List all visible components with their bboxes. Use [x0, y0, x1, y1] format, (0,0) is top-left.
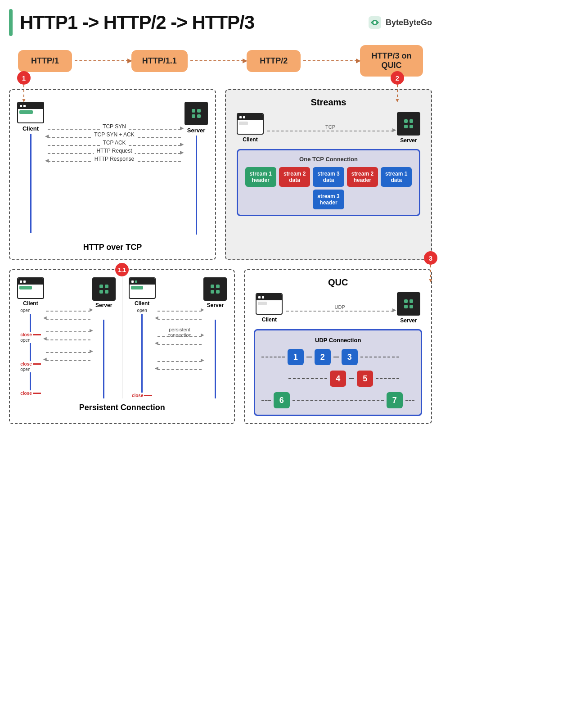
quic-title: QUC [252, 277, 424, 288]
streams-client: Client [237, 113, 264, 143]
badge1-area: 1 ▼ [17, 71, 31, 104]
tcp-connection-box: One TCP Connection stream 1header stream… [237, 149, 420, 216]
msg-http-req: ▶ HTTP Request [48, 153, 181, 154]
top-sections: 1 ▼ Client [9, 89, 432, 260]
persist-left-diagram: Client open close open [17, 277, 116, 398]
badge11-area: 1.1 [115, 263, 129, 276]
num-7: 7 [387, 392, 403, 408]
quic-section: 3 ▼ QUC Client UDP ▶ [244, 269, 432, 424]
badge-3: 3 [424, 251, 437, 265]
stream-chip-5: stream 3header [313, 190, 344, 209]
msg-tcp-syn-ack-text: TCP SYN + ACK [91, 131, 137, 138]
stream-chip-0: stream 1header [245, 167, 276, 187]
bottom-sections: 1.1 Client open [9, 269, 432, 424]
stream-chip-1: stream 2data [279, 167, 310, 187]
num-6: 6 [274, 392, 290, 408]
persist-client-line-3 [30, 372, 31, 390]
quic-client-label: Client [262, 317, 277, 323]
persist-right-client-line [141, 314, 143, 393]
udp-label: UDP [335, 304, 345, 310]
http-over-tcp-section: 1 ▼ Client [9, 89, 216, 260]
persist-left-client: Client open close open [17, 277, 44, 396]
persist-client-line-2 [30, 343, 31, 361]
udp-stream-2: 4 5 [261, 371, 414, 387]
quic-server: Server [397, 292, 420, 324]
streams-server-label: Server [400, 137, 417, 144]
persist-client-line-1 [30, 314, 31, 332]
version-http11: HTTP/1.1 [131, 50, 188, 72]
svg-point-1 [374, 21, 376, 24]
dash-2-3 [333, 357, 339, 357]
msg-tcp-syn: ▶ TCP SYN [48, 129, 181, 130]
persistent-inner: Client open close open [17, 277, 227, 398]
persist-left-msgs: ▶ ◀ ▶ ◀ [44, 277, 92, 363]
udp-line-post-1 [360, 357, 399, 357]
msg-http-resp: ◀ HTTP Response [48, 161, 181, 162]
persist-right-close: close [132, 393, 144, 398]
persist-right-msgs: persistentconnection ▶ ◀ ▶ [156, 277, 204, 372]
persistent-section: 1.1 Client open [9, 269, 235, 424]
num-1: 1 [288, 349, 304, 365]
dash-1-2 [306, 357, 312, 357]
udp-line-pre-3 [261, 400, 270, 401]
stream-chip-4: stream 1data [381, 167, 412, 187]
persist-server-label: Server [95, 302, 112, 308]
persist-right-msg-list: ▶ ◀ ▶ ◀ [158, 309, 202, 372]
close-3: close [20, 391, 32, 396]
quic-client: Client [256, 293, 283, 323]
udp-line-pre-2 [288, 378, 327, 379]
num-4: 4 [330, 371, 346, 387]
msg-tcp-syn-ack: ◀ TCP SYN + ACK [48, 137, 181, 138]
open-1: open [20, 308, 41, 313]
persist-right: Client open close persistentconnection [129, 277, 227, 398]
badge-11: 1.1 [115, 263, 129, 276]
main-title: HTTP1 -> HTTP/2 -> HTTP/3 [20, 12, 254, 33]
open-2: open [20, 338, 41, 343]
server-line [196, 136, 197, 235]
msg-http-req-text: HTTP Request [94, 148, 135, 154]
persist-right-diagram: Client open close persistentconnection [129, 277, 227, 398]
quic-top: Client UDP ▶ Server [252, 292, 424, 324]
persist-server-line [103, 320, 104, 398]
persist-right-client-icon [129, 277, 156, 299]
persist-msg-list: ▶ ◀ ▶ ◀ [46, 309, 90, 363]
udp-line-6-7 [292, 400, 384, 401]
tcp-diagram: Client ▶ TCP SYN ◀ [17, 97, 208, 239]
tcp-arrow-container: TCP ▶ [267, 124, 393, 131]
persist-right-server-label: Server [207, 302, 224, 308]
persist-client-label: Client [23, 300, 38, 307]
client-col: Client [17, 102, 44, 233]
persist-right-server: Server [203, 277, 227, 398]
stream-chip-2: stream 3data [313, 167, 344, 187]
persist-server-icon [92, 277, 116, 301]
server-label: Server [187, 127, 205, 134]
persist-right-server-line [215, 320, 216, 398]
persist-left-server: Server [92, 277, 116, 398]
server-col: Server [184, 102, 208, 235]
dash-4-5 [349, 378, 354, 379]
bytebygo-logo-icon [368, 15, 382, 30]
persist-client-icon [17, 277, 44, 299]
stream-chip-3: stream 2header [347, 167, 378, 187]
tcp-conn-title: One TCP Connection [243, 156, 414, 163]
main-container: HTTP1 -> HTTP/2 -> HTTP/3 ByteByteGo HTT… [0, 0, 441, 433]
close-bar-3 [33, 393, 41, 394]
streams-top: Client TCP ▶ Server [233, 112, 424, 144]
persist-right-open: open [137, 308, 147, 313]
udp-conn-title: UDP Connection [261, 337, 414, 344]
msg-tcp-ack-text: TCP ACK [100, 140, 128, 146]
server-icon [184, 102, 208, 125]
stream-chips: stream 1header stream 2data stream 3data… [243, 167, 414, 209]
msg-http-resp-text: HTTP Response [92, 156, 137, 162]
tcp-label: TCP [325, 124, 335, 130]
client-line [30, 134, 32, 233]
close-bar-2 [33, 363, 41, 365]
version-http1: HTTP/1 [18, 50, 72, 72]
messages-area: ▶ TCP SYN ◀ TCP SYN + ACK ▶ [44, 102, 184, 162]
streams-client-label: Client [243, 136, 257, 143]
client-label: Client [22, 125, 39, 132]
persist-divider [122, 277, 122, 398]
quic-server-label: Server [400, 317, 417, 324]
num-3: 3 [342, 349, 358, 365]
streams-server-icon [397, 112, 420, 136]
